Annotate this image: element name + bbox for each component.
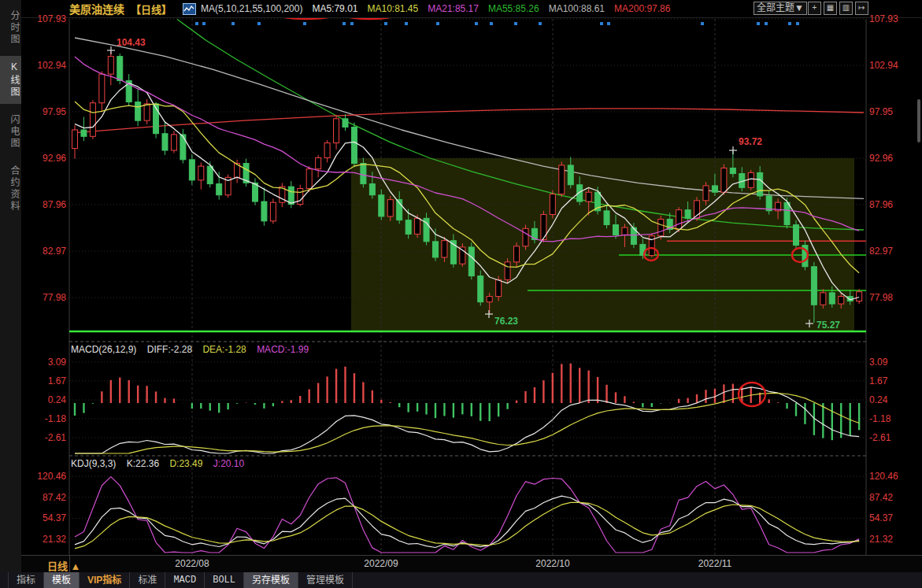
axis-label: 54.37 [31,513,66,523]
chart-canvas[interactable] [0,0,922,588]
candle-body [442,241,447,257]
candle-body [334,119,339,143]
red-circle-annotation [792,248,808,262]
candle-body [351,127,357,163]
candle-body [776,202,781,211]
axis-label: 120.46 [869,472,898,482]
axis-label: 82.97 [31,246,66,257]
trading-app-window: 分时图K线图闪电图合约资料 美原油连续 【日线】 MA(5,10,21,55,1… [0,0,922,588]
sidebar-item-0[interactable]: 分时图 [0,5,21,51]
event-marker-dot [475,22,478,25]
grid-view-icon[interactable]: ▦ [824,2,837,15]
candle-body [144,104,150,120]
axis-label: -1.18 [869,414,891,424]
ma-line-MA21 [75,57,859,242]
event-marker-dot [436,22,439,25]
candle-body [369,184,375,195]
event-marker-dot [757,22,760,25]
candle-body [595,192,601,211]
event-marker-dot [384,22,387,25]
bottom-tab-MACD[interactable]: MACD [165,572,205,588]
ma-line-MA10 [75,102,859,273]
event-marker-dot [788,22,791,25]
candle-body [450,241,456,264]
bottom-tab-管理模板[interactable]: 管理模板 [298,572,353,588]
candle-body [478,276,483,302]
candle-body [306,169,312,189]
ma-line-MA5 [75,83,859,300]
candle-body [189,160,194,180]
axis-label: 21.32 [869,534,893,545]
axis-label: 87.96 [31,200,66,210]
candle-body [162,134,168,150]
bottom-tab-BOLL[interactable]: BOLL [205,572,244,588]
crosshair-icon[interactable]: + [808,2,821,15]
event-marker-dot [303,22,306,25]
candle-body [784,202,790,224]
axis-label: 1.67 [31,376,66,386]
candle-body [270,202,276,221]
ma-legend-value: MA10:81.45 [367,3,418,14]
candle-body [198,166,204,180]
sidebar-item-1[interactable]: K线图 [0,56,21,104]
bottom-tab-bar: 指标模板VIP指标标准MACDBOLL另存模板管理模板 [0,572,922,588]
candle-body [280,187,285,202]
candle-body [649,236,654,256]
sidebar-item-3[interactable]: 合约资料 [0,160,21,218]
sidebar-item-2[interactable]: 闪电图 [0,109,21,155]
panel-view-icon[interactable]: ▥ [839,2,853,15]
bottom-tab-VIP指标[interactable]: VIP指标 [80,572,130,588]
red-circle-annotation [739,383,765,406]
theme-dropdown[interactable]: 全部主题▼ [754,2,807,15]
candle-body [839,297,844,304]
event-marker-dot [539,22,542,25]
axis-label: 87.42 [869,493,893,503]
candle-body [550,194,555,215]
event-marker-dot [701,22,704,25]
kdj-j-value: J:20.10 [213,458,244,469]
axis-label: 21.32 [31,534,66,545]
ma-params-label: MA(5,10,21,55,100,200) [201,3,302,14]
axis-label: 54.37 [869,513,893,523]
bottom-tab-模板[interactable]: 模板 [44,572,80,588]
candle-body [631,227,636,244]
macd-title: MACD(26,12,9) [71,344,136,355]
candle-body [433,242,439,257]
header-bar: 美原油连续 【日线】 MA(5,10,21,55,100,200) MA5:79… [21,0,922,18]
macd-dea-line [75,394,859,453]
candle-body [703,186,709,201]
candle-body [298,188,303,204]
kdj-k-value: K:22.36 [127,458,159,469]
axis-label: 102.94 [31,61,66,71]
candle-body [658,219,664,235]
candle-body [468,247,474,276]
bottom-tab-指标[interactable]: 指标 [8,572,44,588]
candle-body [324,143,330,158]
collapse-icon[interactable]: ↦ [855,2,868,15]
candle-body [405,220,411,235]
candle-body [622,227,628,235]
bottom-tab-标准[interactable]: 标准 [130,572,165,588]
period-selector[interactable]: 日线 ▲ [47,558,80,573]
candle-body [766,196,772,211]
date-label: 2022/08 [168,558,216,569]
axis-label: -2.61 [869,433,891,443]
candle-body [361,164,366,184]
candle-body [81,130,87,136]
right-scrollbar[interactable] [917,99,920,142]
candle-body [235,164,240,178]
period-tag: 【日线】 [131,2,172,17]
event-marker-dot [231,22,235,25]
candle-body [694,201,700,218]
candle-body [397,200,402,220]
ma-indicator-icon[interactable] [183,3,196,15]
candle-body [135,102,141,121]
candle-body [514,246,520,262]
bottom-tab-另存模板[interactable]: 另存模板 [244,572,298,588]
candle-body [387,200,393,216]
axis-label: 0.24 [31,395,66,405]
candle-body [243,164,249,183]
macd-diff-value: DIFF:-2.28 [147,344,192,355]
candle-body [721,168,727,192]
candle-body [739,174,745,188]
